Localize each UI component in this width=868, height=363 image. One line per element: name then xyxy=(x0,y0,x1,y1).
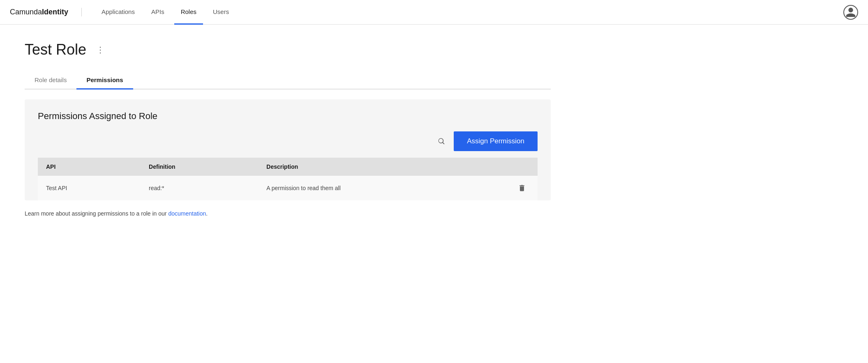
table-header: API Definition Description xyxy=(38,158,538,176)
page-title-row: Test Role ⋮ xyxy=(25,41,551,58)
user-avatar[interactable] xyxy=(843,5,858,20)
brand-logo: Camunda Identity xyxy=(10,8,82,16)
nav-item-apis[interactable]: APIs xyxy=(145,0,171,25)
brand-name-plain: Camunda xyxy=(10,8,42,16)
permissions-section: Permissions Assigned to Role Assign Perm… xyxy=(25,99,551,200)
section-title: Permissions Assigned to Role xyxy=(38,111,538,122)
tab-role-details[interactable]: Role details xyxy=(25,71,76,90)
nav-item-roles[interactable]: Roles xyxy=(174,0,203,25)
header: Camunda Identity Applications APIs Roles… xyxy=(0,0,868,25)
table-body: Test API read:* A permission to read the… xyxy=(38,176,538,200)
footer-note: Learn more about assigning permissions t… xyxy=(25,210,551,217)
documentation-link[interactable]: documentation xyxy=(168,210,206,217)
assign-permission-button[interactable]: Assign Permission xyxy=(454,131,538,151)
nav-item-users[interactable]: Users xyxy=(206,0,235,25)
col-header-actions xyxy=(506,158,538,176)
more-options-icon[interactable]: ⋮ xyxy=(93,43,108,56)
tab-permissions[interactable]: Permissions xyxy=(76,71,133,90)
main-content: Test Role ⋮ Role details Permissions Per… xyxy=(0,25,575,233)
footer-text-after: . xyxy=(206,210,208,217)
col-header-description: Description xyxy=(258,158,506,176)
section-toolbar: Assign Permission xyxy=(38,131,538,158)
col-header-definition: Definition xyxy=(141,158,258,176)
tabs-container: Role details Permissions xyxy=(25,71,551,90)
table-header-row: API Definition Description xyxy=(38,158,538,176)
page-title: Test Role xyxy=(25,41,86,58)
brand-name-bold: Identity xyxy=(42,8,68,16)
nav-item-applications[interactable]: Applications xyxy=(95,0,141,25)
cell-description: A permission to read them all xyxy=(258,176,506,200)
delete-permission-button[interactable] xyxy=(515,182,529,194)
search-button[interactable] xyxy=(434,134,449,149)
cell-api: Test API xyxy=(38,176,141,200)
trash-icon xyxy=(518,184,526,192)
table-row: Test API read:* A permission to read the… xyxy=(38,176,538,200)
permissions-table: API Definition Description Test API read… xyxy=(38,158,538,200)
col-header-api: API xyxy=(38,158,141,176)
cell-actions xyxy=(506,176,538,200)
search-icon xyxy=(437,137,446,145)
footer-text-before: Learn more about assigning permissions t… xyxy=(25,210,168,217)
cell-definition: read:* xyxy=(141,176,258,200)
main-nav: Applications APIs Roles Users xyxy=(95,0,843,25)
